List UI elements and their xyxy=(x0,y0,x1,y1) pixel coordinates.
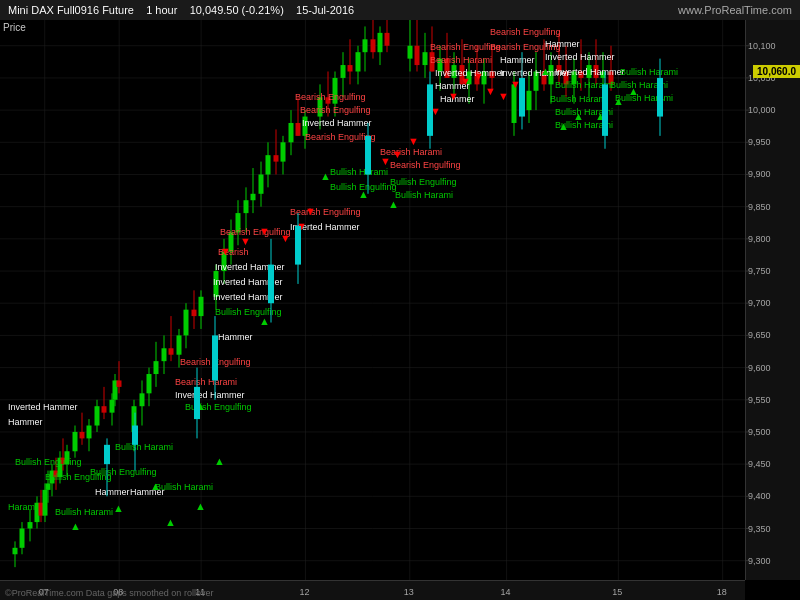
price-label: Price xyxy=(3,22,26,33)
header-title: Mini DAX Full0916 Future 1 hour 10,049.5… xyxy=(8,4,678,16)
current-price-box: 10,060.0 xyxy=(753,65,800,78)
chart-container: Mini DAX Full0916 Future 1 hour 10,049.5… xyxy=(0,0,800,600)
y-axis xyxy=(745,20,800,580)
date: 15-Jul-2016 xyxy=(296,4,354,16)
website-label: www.ProRealTime.com xyxy=(678,4,792,16)
price-change: 10,049.50 (-0.21%) xyxy=(190,4,284,16)
instrument-name: Mini DAX Full0916 Future xyxy=(8,4,134,16)
footer-text: ©ProRealTime.com Data gaps smoothed on r… xyxy=(5,588,213,598)
header-bar: Mini DAX Full0916 Future 1 hour 10,049.5… xyxy=(0,0,800,20)
timeframe: 1 hour xyxy=(146,4,177,16)
